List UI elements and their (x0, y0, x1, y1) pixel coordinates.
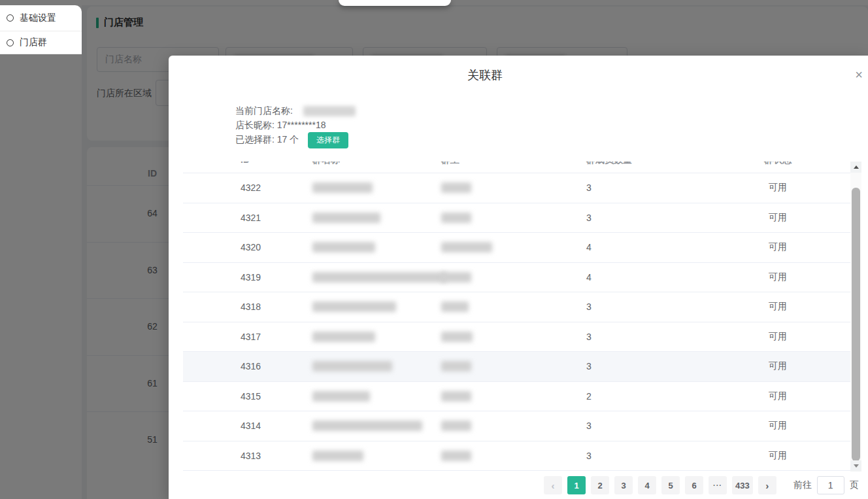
more-pages-button[interactable]: ··· (709, 476, 727, 494)
blurred-group-name (312, 451, 363, 461)
group-table-row[interactable]: 43213可用 (183, 203, 850, 233)
sidebar-menu: 基础设置 门店群 (0, 5, 82, 54)
cell-status: 可用 (745, 420, 810, 432)
cell-group-id: 4319 (241, 272, 261, 283)
group-table-row[interactable]: 43152可用 (183, 382, 850, 412)
page-button-6[interactable]: 6 (685, 476, 703, 494)
cell-member-count: 3 (586, 182, 592, 193)
scroll-up-button[interactable] (850, 162, 861, 173)
header-name: 群名称 (312, 162, 340, 164)
blurred-group-owner (441, 242, 492, 252)
dialog-title: 关联群 (467, 67, 503, 83)
page-button-1[interactable]: 1 (567, 476, 586, 494)
page-button-2[interactable]: 2 (591, 476, 609, 494)
group-table-row[interactable]: 43204可用 (183, 233, 850, 263)
cell-member-count: 3 (586, 361, 592, 371)
group-table-row[interactable]: 43163可用 (183, 352, 850, 382)
current-store-label: 当前门店名称: (235, 105, 293, 117)
triangle-up-icon (854, 165, 859, 169)
blurred-group-name (312, 391, 370, 402)
cell-group-id: 4318 (241, 301, 261, 312)
cell-status: 可用 (745, 331, 810, 343)
triangle-down-icon (854, 464, 859, 468)
group-table-row[interactable]: 43223可用 (183, 173, 850, 203)
page-button-5[interactable]: 5 (661, 476, 680, 494)
cell-member-count: 3 (586, 421, 592, 431)
cell-status: 可用 (745, 241, 810, 253)
sidebar-item-store-group[interactable]: 门店群 (0, 31, 82, 54)
blurred-group-owner (441, 391, 471, 402)
close-icon[interactable]: × (850, 66, 867, 83)
page-button-4[interactable]: 4 (638, 476, 656, 494)
group-table-header-clipped: ID 群名称 群主 群成员数量 群状态 (183, 162, 850, 173)
cell-status: 可用 (745, 212, 810, 224)
sidebar-item-label: 基础设置 (20, 12, 56, 24)
next-page-button[interactable]: › (758, 476, 776, 494)
cell-member-count: 3 (586, 332, 592, 342)
radio-circle-icon (7, 39, 14, 46)
manager-nickname-label: 店长昵称: 17********18 (235, 120, 326, 131)
blurred-group-name (312, 182, 373, 193)
group-table-row[interactable]: 43133可用 (183, 441, 850, 472)
blurred-group-name (312, 242, 375, 252)
blurred-group-name (312, 361, 392, 371)
selected-groups-line: 已选择群: 17 个 选择群 (235, 133, 356, 147)
cell-group-id: 4315 (241, 391, 261, 402)
group-table: ID 群名称 群主 群成员数量 群状态 43223可用43213可用43204可… (183, 162, 861, 476)
group-table-row[interactable]: 43194可用 (183, 263, 850, 293)
sidebar-item-basic-settings[interactable]: 基础设置 (0, 5, 82, 31)
blurred-group-name (312, 332, 375, 342)
cell-member-count: 4 (586, 242, 592, 252)
cell-group-id: 4313 (241, 451, 261, 461)
blurred-group-name (312, 421, 422, 431)
group-table-row[interactable]: 43173可用 (183, 322, 850, 353)
group-table-row[interactable]: 43183可用 (183, 292, 850, 322)
current-store-line: 当前门店名称: (235, 104, 356, 118)
cell-member-count: 4 (586, 272, 592, 283)
blurred-group-owner (441, 182, 471, 193)
cell-member-count: 3 (586, 301, 592, 312)
radio-circle-icon (7, 14, 14, 22)
cell-status: 可用 (745, 182, 810, 194)
group-table-row[interactable]: 43143可用 (183, 411, 850, 441)
cell-status: 可用 (745, 271, 810, 283)
scrollbar-thumb[interactable] (852, 188, 860, 461)
cell-group-id: 4316 (241, 361, 261, 371)
page-button-433[interactable]: 433 (732, 476, 753, 494)
header-status: 群状态 (745, 162, 810, 164)
cell-member-count: 2 (586, 391, 592, 402)
cell-status: 可用 (745, 450, 810, 462)
cell-status: 可用 (745, 390, 810, 402)
cell-member-count: 3 (586, 213, 592, 223)
blurred-group-name (312, 272, 446, 283)
blurred-group-name (312, 301, 396, 312)
manager-line: 店长昵称: 17********18 (235, 118, 356, 133)
select-group-button[interactable]: 选择群 (308, 132, 348, 148)
dialog-info-block: 当前门店名称: 店长昵称: 17********18 已选择群: 17 个 选择… (235, 104, 356, 147)
goto-page: 前往页 (793, 476, 859, 494)
header-id: ID (241, 162, 250, 164)
table-scrollbar[interactable] (850, 162, 861, 472)
goto-label: 前往 (793, 479, 812, 491)
cell-group-id: 4317 (241, 332, 261, 342)
cell-status: 可用 (745, 360, 810, 372)
blurred-store-name (303, 106, 356, 116)
prev-page-button[interactable]: ‹ (544, 476, 562, 494)
cell-group-id: 4322 (241, 182, 261, 193)
goto-page-input[interactable] (817, 476, 844, 494)
blurred-group-name (312, 213, 380, 223)
header-members: 群成员数量 (586, 162, 632, 164)
scroll-down-button[interactable] (850, 460, 861, 472)
cell-group-id: 4321 (241, 213, 261, 223)
blurred-group-owner (441, 272, 471, 283)
blurred-group-owner (441, 301, 469, 312)
blurred-group-owner (441, 332, 473, 342)
page-unit-label: 页 (850, 479, 859, 491)
page-button-3[interactable]: 3 (614, 476, 633, 494)
selected-groups-label: 已选择群: 17 个 (235, 134, 299, 146)
sidebar-item-label: 门店群 (20, 37, 47, 48)
cell-group-id: 4314 (241, 421, 261, 431)
associated-group-dialog: 关联群 × 当前门店名称: 店长昵称: 17********18 已选择群: 1… (169, 56, 868, 499)
blurred-group-owner (441, 421, 471, 431)
cell-status: 可用 (745, 301, 810, 313)
